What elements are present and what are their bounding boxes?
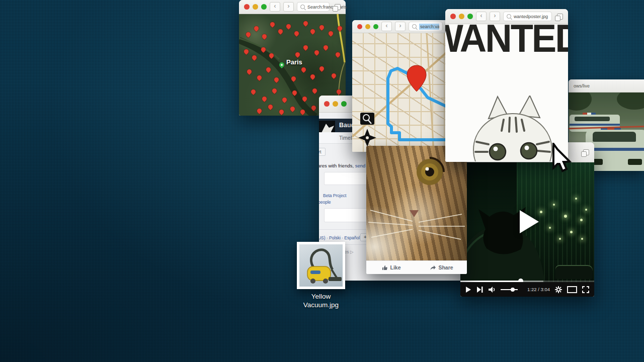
titlebar[interactable]: ‹ › wantedposter.jpg	[445, 9, 568, 24]
forward-button[interactable]: ›	[490, 12, 500, 21]
play-button[interactable]	[465, 286, 471, 293]
red-map-pin	[318, 65, 325, 72]
red-map-pin	[328, 30, 334, 37]
fullscreen-icon[interactable]	[582, 286, 589, 293]
red-map-pin	[246, 68, 253, 75]
like-label: Like	[390, 264, 400, 270]
close-button[interactable]	[244, 4, 250, 10]
file-label: Yellow Vacuum.jpg	[296, 293, 346, 310]
selected-search-text: search:vancouver	[419, 24, 439, 30]
zoom-button[interactable]	[373, 24, 378, 29]
settings-gear-icon[interactable]	[555, 286, 562, 293]
window-wanted-poster[interactable]: ‹ › wantedposter.jpg WANTED	[445, 9, 568, 162]
close-button[interactable]	[324, 101, 330, 107]
volume-slider[interactable]	[501, 289, 518, 290]
cat-closeup-photo	[366, 146, 467, 260]
red-map-pin	[281, 97, 288, 103]
street-light	[559, 238, 561, 240]
back-button[interactable]: ‹	[381, 22, 392, 31]
footer-link-beta-project[interactable]: Beta Project	[323, 193, 346, 198]
tabs-icon[interactable]	[557, 14, 563, 20]
theater-mode-icon[interactable]	[567, 286, 577, 293]
red-map-pin	[300, 66, 307, 73]
red-map-pin	[309, 73, 316, 80]
report-button[interactable]: ort	[319, 148, 326, 156]
red-map-pin	[245, 31, 252, 38]
tabs-icon[interactable]	[335, 4, 341, 10]
zoom-button[interactable]	[467, 14, 473, 19]
street-photo-icon[interactable]	[360, 113, 374, 125]
road	[427, 33, 434, 152]
red-map-pin	[256, 74, 263, 81]
message-text: hares with friends,	[319, 163, 355, 168]
red-map-pin	[302, 20, 309, 27]
red-map-pin	[311, 87, 318, 94]
red-map-pin	[301, 96, 308, 102]
red-map-pin	[243, 48, 250, 55]
red-map-pin	[260, 46, 267, 53]
search-input[interactable]: search:vancouver	[409, 22, 443, 31]
minimize-button[interactable]	[459, 14, 464, 19]
red-map-pin	[268, 52, 275, 59]
video-screen[interactable]	[460, 162, 594, 282]
forward-button[interactable]: ›	[283, 2, 294, 12]
red-map-pin	[291, 89, 298, 96]
destination-pin	[407, 65, 426, 92]
like-button[interactable]: Like	[366, 264, 417, 270]
desktop-file-yellow-vacuum[interactable]: Yellow Vacuum.jpg	[291, 242, 351, 310]
window-vancouver-map[interactable]: ‹ › search:vancouver	[352, 20, 448, 152]
titlebar[interactable]: ‹ › search:vancouver	[352, 20, 448, 33]
volume-icon[interactable]	[488, 286, 496, 293]
red-map-pin	[318, 24, 325, 31]
share-button[interactable]: Share	[417, 264, 467, 270]
back-button[interactable]: ‹	[476, 12, 487, 21]
search-input[interactable]: wantedposter.jpg	[503, 12, 552, 21]
magnifier-icon	[412, 24, 417, 29]
vancouver-street-map[interactable]	[352, 33, 448, 152]
titlebar[interactable]: ows/live	[569, 79, 644, 93]
search-text: wantedposter.jpg	[514, 14, 548, 19]
language-links[interactable]: h (US) · Polski · Español	[319, 235, 360, 240]
red-map-pin	[336, 88, 342, 95]
video-controls-bar: 1:22 / 3:04	[460, 282, 594, 297]
back-button[interactable]: ‹	[270, 2, 280, 12]
red-map-pin	[256, 108, 263, 114]
forward-button[interactable]: ›	[395, 22, 406, 31]
red-map-pin	[313, 49, 320, 56]
progress-played	[460, 281, 521, 282]
red-map-pin	[251, 54, 258, 61]
red-map-pin	[309, 28, 316, 35]
red-map-pin	[331, 72, 337, 79]
minimize-button[interactable]	[333, 101, 338, 107]
street-light	[581, 238, 583, 240]
red-map-pin	[285, 23, 292, 30]
minimize-button[interactable]	[253, 4, 258, 10]
minimize-button[interactable]	[365, 24, 370, 29]
tabs-icon[interactable]	[583, 149, 589, 155]
close-button[interactable]	[450, 14, 456, 19]
street-light	[580, 219, 583, 221]
search-input[interactable]: Search:france/paris	[297, 2, 330, 12]
share-label: Share	[438, 264, 453, 270]
red-map-pin	[261, 33, 268, 40]
red-map-pin	[337, 25, 343, 32]
file-thumbnail[interactable]	[297, 242, 345, 289]
footer-link-people[interactable]: people	[319, 200, 331, 205]
window-cat-photo[interactable]: Like Share	[366, 146, 467, 274]
zoom-button[interactable]	[341, 101, 347, 107]
wanted-headline: WANTED	[445, 24, 568, 61]
zoom-button[interactable]	[261, 4, 267, 10]
red-map-pin	[294, 51, 301, 58]
next-button[interactable]	[476, 286, 483, 293]
play-overlay-icon[interactable]	[520, 210, 539, 233]
red-map-pin	[277, 28, 284, 35]
photo-action-bar: Like Share	[366, 260, 467, 274]
close-button[interactable]	[357, 24, 362, 29]
progress-knob[interactable]	[518, 279, 523, 282]
search-text: Search:france/paris	[307, 5, 347, 10]
titlebar[interactable]: ‹ › Search:france/paris	[239, 0, 346, 14]
red-map-pin	[267, 104, 274, 110]
kitten-sketch	[459, 96, 565, 161]
red-map-pin	[323, 44, 329, 51]
red-map-pin	[310, 105, 317, 111]
